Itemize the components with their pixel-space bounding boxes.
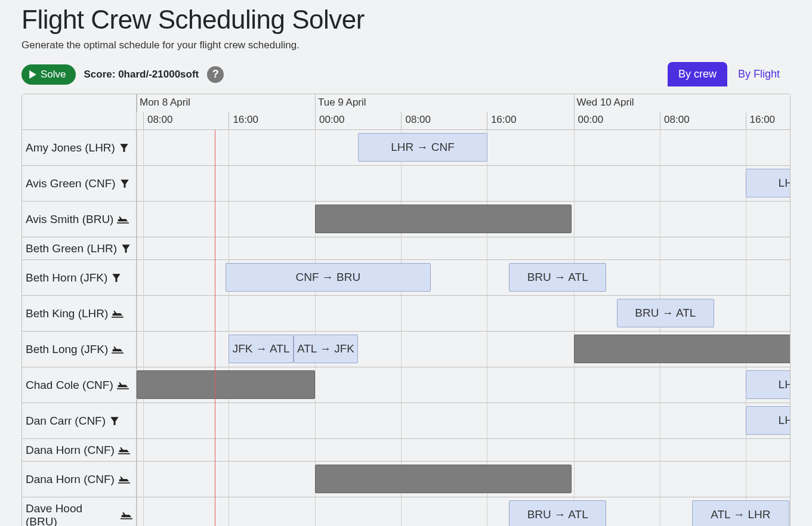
plane-icon: [118, 475, 130, 484]
grid-line: [143, 403, 144, 438]
flight-event[interactable]: ATL → LHR: [692, 500, 789, 526]
grid-line: [574, 439, 575, 461]
crew-name: Chad Cole (CNF): [26, 379, 113, 392]
plane-icon: [112, 309, 124, 318]
crew-row: Beth Horn (JFK)CNF → BRUBRU → ATL: [22, 260, 790, 296]
grid-line: [229, 130, 229, 165]
solve-button[interactable]: Solve: [21, 64, 76, 85]
flight-event[interactable]: BRU → ATL: [509, 500, 606, 526]
plane-icon: [121, 510, 132, 520]
grid-line: [660, 497, 660, 526]
grid-line: [574, 166, 575, 201]
glass-icon: [119, 178, 130, 189]
unavailable-block[interactable]: [137, 370, 315, 399]
grid-line: [137, 296, 137, 331]
grid-line: [315, 497, 316, 526]
grid-line: [137, 332, 137, 367]
crew-label: Dana Horn (CNF): [22, 439, 137, 461]
svg-rect-0: [117, 222, 129, 224]
crew-label: Dave Hood (BRU): [22, 497, 137, 526]
row-body: [137, 202, 790, 237]
flight-event[interactable]: CNF → BRU: [226, 263, 431, 292]
row-body: [137, 439, 790, 461]
hour-header: 16:00: [746, 112, 776, 130]
grid-line: [143, 130, 144, 165]
crew-label: Avis Green (CNF): [22, 166, 137, 201]
grid-line: [401, 237, 402, 259]
crew-label: Beth King (LHR): [22, 296, 137, 331]
grid-line: [229, 462, 229, 497]
tab-by-flight[interactable]: By Flight: [727, 62, 791, 86]
flight-event[interactable]: LHR → CNF: [358, 133, 487, 162]
grid-line: [401, 367, 402, 403]
crew-name: Dana Horn (CNF): [26, 444, 115, 457]
svg-rect-5: [118, 482, 130, 484]
unavailable-block[interactable]: [315, 465, 572, 493]
grid-line: [229, 296, 229, 331]
unavailable-block[interactable]: [574, 335, 791, 363]
hour-header: 08:00: [143, 112, 173, 130]
grid-line: [137, 403, 137, 438]
grid-line: [660, 237, 660, 259]
row-body: [137, 237, 790, 259]
grid-line: [137, 260, 137, 295]
grid-line: [660, 439, 660, 461]
flight-event[interactable]: BRU → ATL: [509, 263, 606, 292]
help-button[interactable]: ?: [207, 66, 224, 83]
flight-event[interactable]: BRU → ATL: [617, 299, 714, 327]
grid-line: [746, 260, 746, 295]
crew-row: Amy Jones (LHR)LHR → CNF: [22, 130, 790, 166]
time-header: Mon 8 AprilTue 9 AprilWed 10 April08:001…: [137, 94, 790, 129]
grid-line: [315, 166, 316, 201]
crew-row: Beth Green (LHR): [22, 237, 790, 260]
tab-by-crew[interactable]: By crew: [668, 62, 727, 86]
unavailable-block[interactable]: [315, 205, 572, 233]
hour-header: 00:00: [315, 112, 345, 130]
grid-line: [660, 166, 660, 201]
hour-header: 08:00: [660, 112, 690, 130]
glass-icon: [109, 416, 120, 426]
grid-line: [487, 367, 487, 403]
row-body: LHR → CNF: [137, 130, 790, 165]
day-header: Tue 9 April: [315, 94, 366, 112]
row-body: CNF → BRUBRU → ATL: [137, 260, 790, 295]
grid-line: [401, 166, 402, 201]
grid-line: [315, 130, 316, 165]
flight-event[interactable]: LHR → CNF: [746, 406, 791, 435]
flight-event[interactable]: ATL → JFK: [294, 335, 358, 363]
flight-event[interactable]: JFK → ATL: [229, 335, 293, 363]
grid-line: [137, 439, 137, 461]
grid-line: [229, 497, 229, 526]
flight-event[interactable]: LHR → CNF: [746, 370, 791, 399]
grid-line: [660, 202, 660, 237]
grid-line: [660, 130, 660, 165]
crew-row: Dana Horn (CNF): [22, 439, 790, 462]
svg-rect-3: [117, 388, 129, 389]
crew-name: Dan Carr (CNF): [26, 414, 106, 428]
grid-line: [315, 403, 316, 438]
grid-line: [574, 462, 575, 497]
flight-event[interactable]: LHR → CNF: [746, 169, 791, 197]
hour-header: 16:00: [487, 112, 517, 130]
crew-name: Beth Horn (JFK): [26, 271, 107, 284]
crew-name: Dave Hood (BRU): [26, 502, 117, 527]
crew-label: Beth Green (LHR): [22, 237, 137, 259]
grid-line: [143, 237, 144, 259]
grid-line: [746, 237, 746, 259]
grid-line: [487, 439, 487, 461]
crew-name: Avis Smith (BRU): [26, 213, 113, 226]
plane-icon: [112, 345, 124, 354]
grid-line: [229, 166, 229, 201]
crew-label: Chad Cole (CNF): [22, 367, 137, 403]
plane-icon: [117, 215, 129, 224]
grid-line: [574, 202, 575, 237]
grid-line: [137, 462, 137, 497]
solve-button-label: Solve: [41, 69, 66, 81]
grid-line: [746, 202, 746, 237]
crew-name: Amy Jones (LHR): [26, 141, 115, 154]
crew-row: Dave Hood (BRU)BRU → ATLATL → LHR: [22, 497, 790, 526]
row-body: LHR → CNF: [137, 403, 790, 438]
grid-line: [487, 260, 487, 295]
crew-row: Beth King (LHR)BRU → ATL: [22, 296, 790, 332]
row-body: LHR → CNF: [137, 166, 790, 201]
